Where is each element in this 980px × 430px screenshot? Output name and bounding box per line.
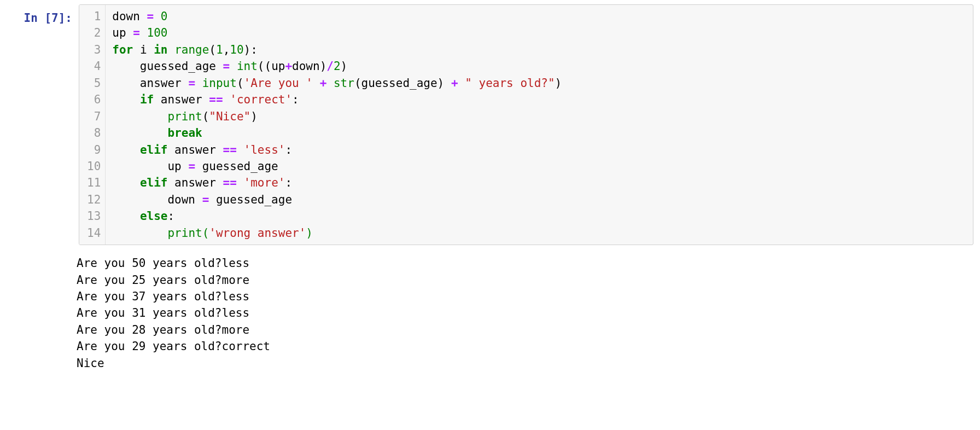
line-number: 10 <box>87 158 101 175</box>
line-number: 7 <box>87 108 101 125</box>
line-number: 14 <box>87 225 101 241</box>
line-number: 9 <box>87 142 101 158</box>
line-number: 2 <box>87 25 101 41</box>
code-line[interactable]: up = guessed_age <box>112 158 966 175</box>
line-number: 13 <box>87 208 101 224</box>
code-line[interactable]: break <box>112 125 966 141</box>
code-line[interactable]: if answer == 'correct': <box>112 91 966 108</box>
code-line[interactable]: guessed_age = int((up+down)/2) <box>112 58 966 74</box>
line-number: 12 <box>87 191 101 208</box>
code-content[interactable]: down = 0up = 100for i in range(1,10): gu… <box>106 5 973 245</box>
input-prompt-label: In [7]: <box>24 11 72 25</box>
line-number: 6 <box>87 91 101 108</box>
output-area: Are you 50 years old?less Are you 25 yea… <box>0 249 980 376</box>
output-prompt-spacer <box>7 251 72 371</box>
output-text: Are you 50 years old?less Are you 25 yea… <box>72 251 973 371</box>
code-line[interactable]: print("Nice") <box>112 108 966 125</box>
line-number: 3 <box>87 42 101 58</box>
line-number: 8 <box>87 125 101 141</box>
input-area: 1234567891011121314 down = 0up = 100for … <box>79 4 973 245</box>
code-line[interactable]: elif answer == 'more': <box>112 175 966 191</box>
line-number: 4 <box>87 58 101 74</box>
line-number: 1 <box>87 8 101 25</box>
code-line[interactable]: answer = input('Are you ' + str(guessed_… <box>112 75 966 91</box>
line-number: 11 <box>87 175 101 191</box>
code-cell: In [7]: 1234567891011121314 down = 0up =… <box>0 0 980 249</box>
code-line[interactable]: up = 100 <box>112 25 966 41</box>
code-line[interactable]: print('wrong answer') <box>112 225 966 241</box>
code-line[interactable]: for i in range(1,10): <box>112 42 966 58</box>
code-line[interactable]: else: <box>112 208 966 224</box>
line-number-gutter: 1234567891011121314 <box>79 5 106 245</box>
code-line[interactable]: elif answer == 'less': <box>112 142 966 158</box>
code-line[interactable]: down = 0 <box>112 8 966 25</box>
code-line[interactable]: down = guessed_age <box>112 191 966 208</box>
code-editor[interactable]: 1234567891011121314 down = 0up = 100for … <box>79 4 973 245</box>
line-number: 5 <box>87 75 101 91</box>
input-prompt: In [7]: <box>7 4 79 26</box>
